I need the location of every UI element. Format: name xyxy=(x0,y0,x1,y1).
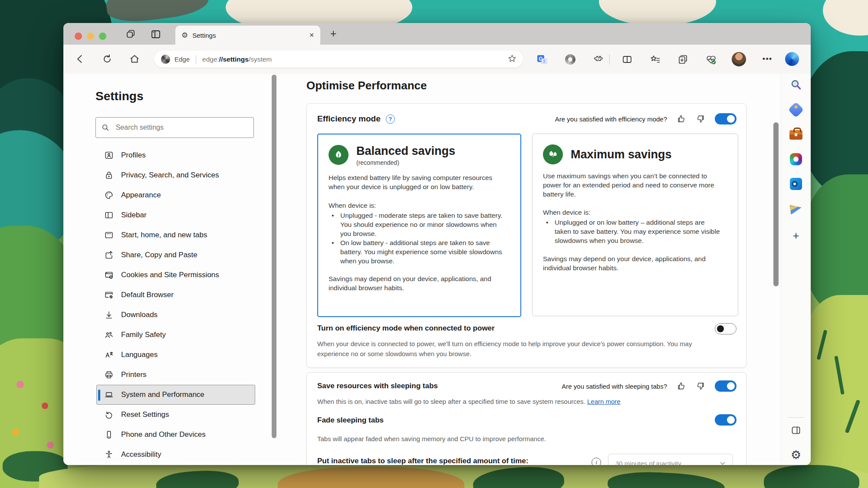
sidebar-item-phone-devices[interactable]: Phone and Other Devices xyxy=(96,425,255,445)
drop-icon[interactable] xyxy=(789,202,803,216)
sidebar-item-label: Start, home, and new tabs xyxy=(121,231,207,239)
search-icon[interactable] xyxy=(789,77,803,92)
share-icon xyxy=(104,250,114,260)
flower xyxy=(47,442,54,449)
sidebar-item-privacy[interactable]: Privacy, Search, and Services xyxy=(96,165,255,185)
sidebar-item-share-copy-paste[interactable]: Share, Copy and Paste xyxy=(96,245,255,265)
tools-icon[interactable] xyxy=(789,128,803,142)
sidebar-item-reset-settings[interactable]: Reset Settings xyxy=(96,405,255,425)
sidebar-item-default-browser[interactable]: Default Browser xyxy=(96,285,255,305)
maximum-title: Maximum savings xyxy=(571,148,672,160)
sidebar-item-downloads[interactable]: Downloads xyxy=(96,305,255,325)
profile-avatar[interactable] xyxy=(732,52,746,66)
thumbs-down-icon[interactable] xyxy=(696,381,705,391)
sidebar-settings-icon[interactable]: ⚙ xyxy=(789,448,803,462)
sidebar-item-cookies-permissions[interactable]: Cookies and Site Permissions xyxy=(96,265,255,285)
phone-icon xyxy=(104,430,114,439)
refresh-icon[interactable] xyxy=(100,52,114,66)
home-icon[interactable] xyxy=(128,52,141,66)
balanced-footer: Savings may depend on your device, appli… xyxy=(329,274,504,292)
back-icon[interactable] xyxy=(73,52,87,66)
content-scrollbar[interactable] xyxy=(773,122,779,286)
sidebar-item-profiles[interactable]: Profiles xyxy=(96,145,255,165)
settings-gear-icon: ⚙ xyxy=(181,31,188,40)
tab-title: Settings xyxy=(192,32,309,39)
sidebar-item-label: Cookies and Site Permissions xyxy=(121,271,219,279)
efficiency-satisfaction-text: Are you satisfied with efficiency mode? xyxy=(555,115,667,123)
help-icon[interactable]: ? xyxy=(386,115,395,124)
translate-icon[interactable]: G 文 xyxy=(535,52,549,66)
favorites-icon[interactable] xyxy=(648,52,662,66)
languages-icon xyxy=(104,350,114,360)
sidebar-item-sidebar[interactable]: Sidebar xyxy=(96,205,255,225)
thumbs-up-icon[interactable] xyxy=(677,381,686,391)
add-sidebar-app-icon[interactable]: + xyxy=(789,228,803,243)
flower xyxy=(16,381,24,388)
sidebar-item-system-performance[interactable]: System and Performance xyxy=(96,385,255,405)
edge-sidebar-rail: + ⚙ xyxy=(781,74,811,465)
collections-icon[interactable] xyxy=(676,52,690,66)
accessibility-icon xyxy=(104,450,114,459)
reset-icon xyxy=(104,410,114,419)
flower xyxy=(42,403,48,409)
copilot-icon[interactable] xyxy=(785,52,799,66)
workspaces-icon[interactable] xyxy=(125,29,136,42)
maximum-bullet: Unplugged or on low battery – additional… xyxy=(543,218,722,245)
fade-sleeping-tabs-toggle[interactable] xyxy=(715,414,736,426)
sidebar-item-label: Profiles xyxy=(121,151,146,160)
settings-search-box[interactable] xyxy=(95,117,254,138)
power-mode-description: When your device is connected to power, … xyxy=(317,339,699,359)
sidebar-item-appearance[interactable]: Appearance xyxy=(96,185,255,205)
start-tabs-icon xyxy=(104,230,114,240)
sidebar-item-printers[interactable]: Printers xyxy=(96,365,255,385)
sidebar-item-label: Phone and Other Devices xyxy=(121,430,206,439)
balanced-bullet: Unplugged - moderate steps are taken to … xyxy=(329,211,504,238)
new-tab-button[interactable]: + xyxy=(326,26,340,40)
zoom-window-button[interactable] xyxy=(99,33,106,40)
search-settings-input[interactable] xyxy=(115,123,248,132)
sidebar-item-label: Share, Copy and Paste xyxy=(121,251,197,259)
profiles-icon xyxy=(104,151,114,160)
tab-actions-icon[interactable] xyxy=(150,29,161,42)
default-browser-icon xyxy=(104,290,114,300)
extension-logo-icon[interactable] xyxy=(563,52,577,66)
sidebar-scrollbar[interactable] xyxy=(272,75,276,438)
thumbs-up-icon[interactable] xyxy=(677,114,686,124)
sidebar-item-languages[interactable]: Languages xyxy=(96,345,255,365)
address-bar[interactable]: Edge edge://settings/system xyxy=(154,51,523,68)
more-menu-icon[interactable]: ••• xyxy=(760,52,774,66)
sidebar-panel-icon[interactable] xyxy=(789,423,803,438)
balanced-badge: (recommended) xyxy=(356,159,455,166)
tab-close-icon[interactable]: ✕ xyxy=(309,32,314,39)
sidebar-item-start-home-tabs[interactable]: Start, home, and new tabs xyxy=(96,225,255,245)
sidebar-title: Settings xyxy=(95,89,143,103)
split-screen-icon[interactable] xyxy=(620,52,634,66)
sidebar-item-accessibility[interactable]: Accessibility xyxy=(96,445,255,465)
tab-bar: ⚙ Settings ✕ + xyxy=(63,23,811,45)
sidebar-item-family-safety[interactable]: Family Safety xyxy=(96,325,255,345)
bookmark-star-icon[interactable] xyxy=(507,54,517,65)
shopping-icon[interactable] xyxy=(789,102,803,117)
balanced-intro: Helps extend battery life by saving comp… xyxy=(329,173,504,191)
balanced-savings-card[interactable]: Balanced savings (recommended) Helps ext… xyxy=(317,134,521,317)
sidebar-item-label: Reset Settings xyxy=(121,410,169,419)
inactive-time-dropdown[interactable]: 30 minutes of inactivity xyxy=(608,454,733,465)
sleeping-tabs-toggle[interactable] xyxy=(715,380,736,392)
sleeping-header-row: Save resources with sleeping tabs Are yo… xyxy=(317,380,736,392)
browser-essentials-icon[interactable] xyxy=(704,52,718,66)
efficiency-mode-toggle[interactable] xyxy=(715,113,736,124)
sidebar-item-label: Family Safety xyxy=(121,331,166,339)
close-window-button[interactable] xyxy=(75,33,82,40)
thumbs-down-icon[interactable] xyxy=(696,114,705,124)
sidebar-item-label: Privacy, Search, and Services xyxy=(121,171,219,180)
learn-more-link[interactable]: Learn more xyxy=(587,398,621,405)
tab-settings[interactable]: ⚙ Settings ✕ xyxy=(175,26,320,45)
extensions-puzzle-icon[interactable] xyxy=(592,52,605,66)
minimize-window-button[interactable] xyxy=(87,33,94,40)
outlook-icon[interactable] xyxy=(789,177,803,191)
power-mode-toggle[interactable] xyxy=(715,323,736,334)
toolbar-divider xyxy=(609,54,610,65)
microsoft-365-icon[interactable] xyxy=(789,152,803,167)
info-icon[interactable]: i xyxy=(592,458,601,465)
maximum-savings-card[interactable]: Maximum savings Use maximum savings when… xyxy=(532,134,738,316)
